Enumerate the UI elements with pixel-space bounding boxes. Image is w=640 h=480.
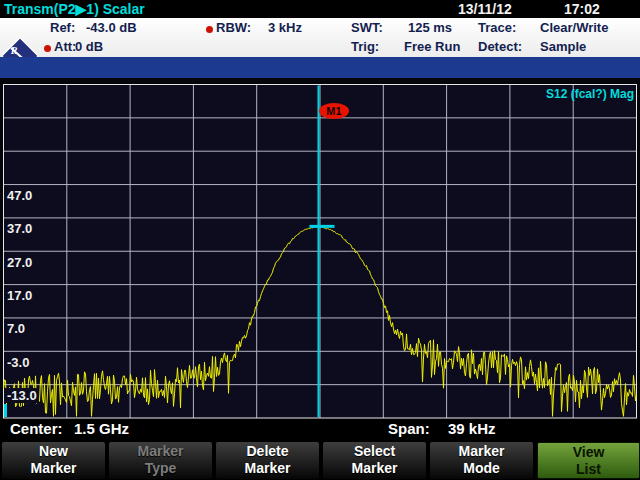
measurement-title: Transm(P2▶1) Scalar bbox=[4, 1, 145, 17]
att-modified-dot-icon bbox=[44, 45, 51, 52]
y-tick: 47.0 bbox=[5, 188, 34, 203]
y-tick: 17.0 bbox=[5, 288, 34, 303]
center-freq-label: Center: bbox=[10, 420, 63, 437]
trig-label: Trig: bbox=[351, 39, 379, 54]
softkey-label: Marker bbox=[430, 443, 533, 460]
softkey-label: Type bbox=[109, 460, 212, 477]
settings-panel: R S Ref: -43.0 dB RBW: 3 kHz SWT: 125 ms… bbox=[0, 18, 640, 57]
rbw-modified-dot-icon bbox=[206, 26, 213, 33]
y-tick: 27.0 bbox=[5, 255, 34, 270]
trace-label: S12 (fcal?) Mag bbox=[546, 87, 634, 101]
softkey-label: View bbox=[538, 444, 639, 461]
ref-label: Ref: bbox=[50, 20, 75, 35]
softkey-label: New bbox=[2, 443, 105, 460]
spectrum-plot bbox=[0, 84, 640, 419]
softkey-view-list[interactable]: View List bbox=[537, 442, 640, 479]
swt-value: 125 ms bbox=[408, 20, 452, 35]
swt-label: SWT: bbox=[351, 20, 383, 35]
softkey-marker-mode[interactable]: Marker Mode bbox=[430, 442, 533, 479]
time-display: 17:02 bbox=[564, 1, 600, 17]
detect-label: Detect: bbox=[478, 39, 522, 54]
softkey-label: Mode bbox=[430, 460, 533, 477]
svg-text:R: R bbox=[10, 45, 18, 56]
softkey-select-marker[interactable]: Select Marker bbox=[323, 442, 426, 479]
y-tick: 7.0 bbox=[5, 321, 27, 336]
y-tick: -13.0 bbox=[5, 388, 39, 403]
date-display: 13/11/12 bbox=[458, 1, 512, 17]
trig-value: Free Run bbox=[404, 39, 460, 54]
span-value: 39 kHz bbox=[448, 420, 496, 437]
trace-plot-area: S12 (fcal?) Mag M1 47.0 37.0 27.0 17.0 7… bbox=[0, 78, 640, 419]
y-tick: 37.0 bbox=[5, 221, 34, 236]
span-label: Span: bbox=[388, 420, 430, 437]
softkey-new-marker[interactable]: New Marker bbox=[2, 442, 105, 479]
softkey-label: Marker bbox=[323, 460, 426, 477]
softkey-delete-marker[interactable]: Delete Marker bbox=[216, 442, 319, 479]
softkey-marker-type: Marker Type bbox=[109, 442, 212, 479]
softkey-label: Marker bbox=[2, 460, 105, 477]
ref-value: -43.0 dB bbox=[86, 20, 137, 35]
softkey-bar: New Marker Marker Type Delete Marker Sel… bbox=[0, 441, 640, 480]
softkey-label: Marker bbox=[109, 443, 212, 460]
att-label: Att: bbox=[54, 39, 76, 54]
center-freq-value: 1.5 GHz bbox=[74, 420, 129, 437]
softkey-label: List bbox=[538, 461, 639, 478]
softkey-label: Delete bbox=[216, 443, 319, 460]
trace-mode-value: Clear/Write bbox=[540, 20, 608, 35]
rbw-label: RBW: bbox=[216, 20, 251, 35]
marker-readout-row: M1 1.4999999 GHz 14.46 dB bbox=[0, 57, 640, 78]
detect-value: Sample bbox=[540, 39, 586, 54]
softkey-label: Marker bbox=[216, 460, 319, 477]
frequency-bar: Center: 1.5 GHz Span: 39 kHz bbox=[0, 419, 640, 441]
y-tick: -3.0 bbox=[5, 355, 31, 370]
att-value: 0 dB bbox=[75, 39, 103, 54]
rbw-value: 3 kHz bbox=[268, 20, 302, 35]
marker-flag-badge: M1 bbox=[319, 103, 349, 119]
softkey-label: Select bbox=[323, 443, 426, 460]
trace-mode-label: Trace: bbox=[478, 20, 516, 35]
title-bar: Transm(P2▶1) Scalar 13/11/12 17:02 bbox=[0, 0, 640, 18]
